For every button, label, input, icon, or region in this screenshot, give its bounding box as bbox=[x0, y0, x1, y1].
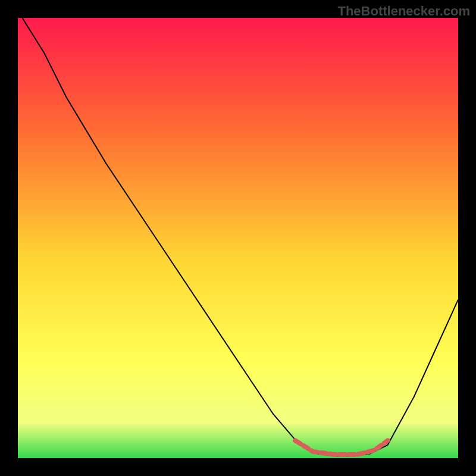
chart-background bbox=[18, 18, 458, 458]
chart-plot-area bbox=[18, 18, 458, 458]
watermark-text: TheBottlenecker.com bbox=[337, 4, 470, 19]
chart-svg bbox=[18, 18, 458, 458]
